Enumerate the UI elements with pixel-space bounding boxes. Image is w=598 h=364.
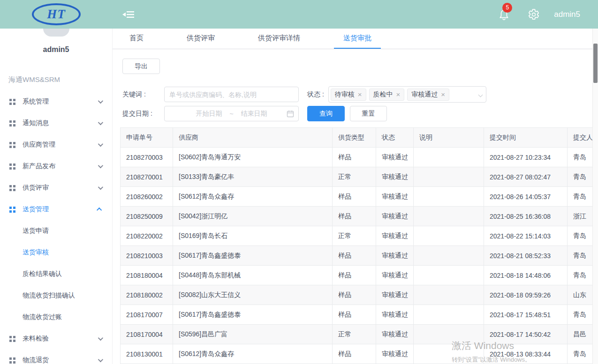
tab-1[interactable]: 首页 — [120, 29, 153, 49]
keyword-input[interactable] — [164, 87, 299, 102]
table-cell: 审核通过 — [376, 325, 414, 344]
table-row[interactable]: 2108170007[S0617]青岛鑫盛德泰样品审核通过2021-08-17 … — [121, 305, 593, 325]
remove-tag-icon[interactable]: × — [396, 91, 401, 98]
sidebar-subitem-1[interactable]: 送货申请 — [0, 220, 112, 242]
table-cell: [S0612]青岛众鑫存 — [173, 344, 333, 364]
sidebar-subitem-5[interactable]: 物流收货过账 — [0, 306, 112, 328]
table-cell — [414, 305, 484, 325]
remove-tag-icon[interactable]: × — [441, 91, 445, 98]
table-cell: 青岛 — [568, 344, 593, 364]
table-cell: 样品 — [333, 246, 376, 266]
sidebar-item-label: 系统管理 — [23, 97, 49, 106]
remove-tag-icon[interactable]: × — [358, 91, 362, 98]
sidebar-item-1[interactable]: 系统管理 — [0, 91, 112, 112]
table-cell: [S0602]青岛海通万安 — [173, 148, 333, 167]
table-cell: 2108270003 — [121, 148, 173, 167]
status-tag[interactable]: 审核通过× — [407, 89, 449, 101]
sidebar-item-6[interactable]: 送货管理 — [0, 199, 112, 220]
tab-3[interactable]: 供货评审详情 — [249, 29, 310, 49]
table-cell: 青岛 — [568, 246, 593, 266]
grid-icon — [9, 120, 15, 126]
sidebar-item-8[interactable]: 物流退货 — [0, 349, 112, 364]
chevron-down-icon — [98, 120, 103, 125]
keyword-label: 关键词 : — [122, 90, 164, 99]
table-cell: 审核通过 — [376, 148, 414, 167]
status-tag[interactable]: 待审核× — [331, 89, 366, 101]
table-row[interactable]: 2108260002[S0612]青岛众鑫存样品审核通过2021-08-26 1… — [121, 187, 593, 207]
avatar — [43, 29, 69, 37]
table-row[interactable]: 2108130001[S0612]青岛众鑫存样品审核通过2021-08-13 0… — [121, 344, 593, 364]
table-cell: [S0169]青岛长石 — [173, 226, 333, 246]
calendar-icon — [287, 110, 294, 118]
username[interactable]: admin5 — [554, 10, 580, 19]
table-cell: 审核通过 — [376, 344, 414, 364]
menu-fold-icon[interactable] — [122, 8, 135, 21]
chevron-down-icon — [98, 357, 103, 362]
main-content: 首页供货评审供货评审详情送货审批 导出 关键词 : 状态 : 待审核×质检中×审… — [113, 29, 598, 364]
settings-gear-icon[interactable] — [528, 8, 540, 21]
table-cell: 2021-08-26 14:05:37 — [484, 187, 568, 207]
table-row[interactable]: 2108270001[S0133]青岛豪亿丰正常审核通过2021-08-27 0… — [121, 167, 593, 187]
sidebar-subitem-3[interactable]: 质检结果确认 — [0, 263, 112, 285]
sidebar-subitem-2[interactable]: 送货审核 — [0, 242, 112, 263]
sidebar-item-4[interactable]: 新产品发布 — [0, 156, 112, 177]
column-header: 状态 — [376, 128, 414, 148]
scrollbar-thumb[interactable] — [593, 44, 598, 83]
status-label: 状态 : — [307, 90, 324, 99]
notification-badge: 5 — [502, 3, 512, 13]
table-row[interactable]: 2108210003[S0617]青岛鑫盛德泰样品审核通过2021-08-21 … — [121, 246, 593, 266]
table-cell: 2021-08-17 15:48:51 — [484, 305, 568, 325]
table-cell: [S0082]山东大王信义 — [173, 285, 333, 305]
sidebar-item-label: 送货管理 — [23, 205, 49, 214]
table-cell: 审核通过 — [376, 226, 414, 246]
tab-2[interactable]: 供货评审 — [177, 29, 224, 49]
date-range-input[interactable]: 开始日期 ~ 结束日期 — [164, 106, 299, 121]
table-row[interactable]: 2108170004[S0596]昌邑广富正常审核通过2021-08-17 14… — [121, 325, 593, 344]
table-row[interactable]: 2108250009[S0042]浙江明亿样品审核通过2021-08-25 16… — [121, 207, 593, 226]
grid-icon — [9, 185, 15, 191]
notification-bell-icon[interactable]: 5 — [498, 8, 510, 21]
table-row[interactable]: 2108180002[S0082]山东大王信义样品审核通过2021-08-18 … — [121, 285, 593, 305]
table-cell: 审核通过 — [376, 167, 414, 187]
table-cell: [S0612]青岛众鑫存 — [173, 187, 333, 207]
table-cell: [S0042]浙江明亿 — [173, 207, 333, 226]
search-button[interactable]: 查询 — [307, 106, 345, 121]
filter-panel: 关键词 : 状态 : 待审核×质检中×审核通过× 提交日期 : 开始日期 ~ 结… — [113, 74, 598, 122]
toolbar: 导出 — [113, 49, 598, 74]
sidebar-subitem-4[interactable]: 物流收货扫描确认 — [0, 285, 112, 306]
status-select[interactable]: 待审核×质检中×审核通过× — [328, 86, 486, 103]
chevron-down-icon — [98, 141, 103, 147]
grid-icon — [9, 357, 15, 364]
table-cell: 2021-08-25 16:36:08 — [484, 207, 568, 226]
table-cell: 2108170004 — [121, 325, 173, 344]
reset-button[interactable]: 重置 — [350, 106, 387, 121]
column-header: 供货类型 — [333, 128, 376, 148]
table-row[interactable]: 2108220002[S0169]青岛长石正常审核通过2021-08-22 15… — [121, 226, 593, 246]
table-cell: 样品 — [333, 207, 376, 226]
table-cell: 2021-08-21 08:52:33 — [484, 246, 568, 266]
table-row[interactable]: 2108270003[S0602]青岛海通万安样品审核通过2021-08-27 … — [121, 148, 593, 167]
sidebar-item-label: 通知消息 — [23, 119, 49, 127]
table-cell: 昌邑 — [568, 325, 593, 344]
profile-name: admin5 — [0, 45, 112, 54]
tab-bar: 首页供货评审供货评审详情送货审批 — [113, 29, 598, 49]
table-row[interactable]: 2108180004[S0448]青岛东部机械样品审核通过2021-08-18 … — [121, 266, 593, 285]
sidebar: admin5 海通WMS&SRM 系统管理通知消息供应商管理新产品发布供货评审送… — [0, 29, 113, 364]
table-cell: 青岛 — [568, 305, 593, 325]
table-cell: 样品 — [333, 148, 376, 167]
sidebar-item-5[interactable]: 供货评审 — [0, 177, 112, 199]
sidebar-item-7[interactable]: 来料检验 — [0, 328, 112, 349]
tab-4[interactable]: 送货审批 — [334, 29, 381, 49]
grid-icon — [9, 163, 15, 170]
table-cell: 2021-08-18 09:59:26 — [484, 285, 568, 305]
date-label: 提交日期 : — [122, 110, 164, 118]
sidebar-item-3[interactable]: 供应商管理 — [0, 134, 112, 156]
sidebar-item-2[interactable]: 通知消息 — [0, 112, 112, 134]
vertical-scrollbar[interactable] — [592, 29, 598, 364]
table-cell: 浙江 — [568, 207, 593, 226]
table-cell — [414, 187, 484, 207]
table-header-row: 申请单号供应商供货类型状态说明提交时间提交人 — [121, 128, 593, 148]
date-start-placeholder: 开始日期 — [196, 110, 222, 118]
export-button[interactable]: 导出 — [122, 59, 160, 74]
status-tag[interactable]: 质检中× — [369, 89, 405, 101]
